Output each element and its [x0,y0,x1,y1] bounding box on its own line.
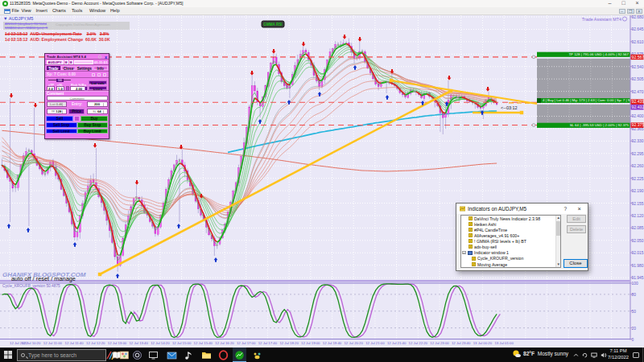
window-close-button[interactable]: × [632,0,642,7]
menu-file[interactable]: File [12,7,19,15]
panel-eye-icon[interactable] [92,73,95,76]
panel-risk-slider[interactable]: 100 [48,80,71,80]
menu-view[interactable]: View [22,7,31,15]
menu-insert[interactable]: Insert [36,7,47,15]
chart-close-button[interactable]: ✕ [636,9,643,14]
window-minimize-button[interactable]: – [605,0,615,7]
menu-help[interactable]: Help [110,7,120,15]
panel-entry-input[interactable]: 200 [87,101,108,107]
chart-minimize-button[interactable]: – [619,9,626,14]
notification-center-icon[interactable] [633,352,639,358]
panel-middle-toggle[interactable] [74,116,80,122]
taskbar-paw-icon[interactable] [252,350,262,360]
svg-text:12 Jul 11:00: 12 Jul 11:00 [43,341,63,345]
list-item: fAllAverages_v4.91 600+ [461,232,560,238]
svg-text:12 Jul 21:00: 12 Jul 21:00 [365,341,385,345]
svg-text:92.540: 92.540 [632,65,644,69]
svg-text:80: 80 [632,293,637,297]
panel-lock-icon[interactable] [103,73,106,76]
taskbar-opera-icon[interactable] [218,350,229,360]
panel-tab-close[interactable]: Close [61,66,76,70]
panel-tp-input[interactable]: TP 128 [47,109,67,114]
panel-title[interactable]: Trade Assistant MT4 9.4 x [45,54,109,60]
clock-time: 7:11 PM [605,348,632,355]
list-item: fMoving Average [461,261,560,267]
panel-risk-toggle[interactable] [66,86,69,91]
panel-clock: 01:11:51 [94,60,108,64]
svg-text:12 Jul 17:40: 12 Jul 17:40 [258,341,278,345]
panel-lines-button[interactable]: Lines [89,86,107,91]
list-item-indicator-window: -Indicator window 1 [461,250,560,256]
tree-collapse-icon[interactable]: - [462,251,466,255]
panel-risk-dropdown-icon[interactable] [85,86,88,91]
sell-limit-button[interactable]: Sell Limit [46,129,77,134]
panel-tab-trade[interactable]: Trade [47,66,61,70]
taskbar-clock[interactable]: 7:11 PM 7/12/2022 [605,348,632,360]
panel-xsl-input[interactable]: 1.0 [56,86,64,91]
buy-stop-button[interactable]: Buy Stop [77,122,109,128]
svg-text:12 Jul 13:00: 12 Jul 13:00 [108,341,127,345]
scrollbar-thumb[interactable] [556,221,561,236]
start-button-icon[interactable] [4,351,12,359]
panel-lot-calc-button[interactable]: Lot calc [89,80,107,85]
window-maximize-button[interactable]: □ [618,0,629,7]
panel-tab-settings[interactable]: Settings [76,66,93,70]
taskbar-music-icon[interactable] [184,350,194,360]
menu-tools[interactable]: Tools [72,7,82,15]
tray-onedrive-icon[interactable] [582,352,588,358]
subwindow-label: Cycle_KROUFR_version 50.4875 [2,284,60,288]
svg-text:12 Jul 11:40: 12 Jul 11:40 [65,341,85,345]
svg-text:12 Jul 14:20: 12 Jul 14:20 [151,341,170,345]
sell-stop-button[interactable]: Sell Stop [46,122,77,128]
buy-button[interactable]: Buy [80,116,108,122]
dialog-title-bar[interactable]: Indicators on AUDJPY,M5 ? × [456,204,588,214]
svg-text:12 Jul 12:20: 12 Jul 12:20 [86,341,105,345]
panel-chip-1[interactable]: M [64,60,68,64]
panel-tab-info[interactable]: Info [93,66,108,70]
search-placeholder: Type here to search [28,352,76,358]
taskbar-search-box[interactable]: Type here to search [17,349,106,361]
trade-zones: TP 128 | 791.06 USD | 4.00% | 92.5674 | … [537,52,632,128]
svg-text:92.085: 92.085 [632,226,644,230]
taskbar-mail-icon[interactable] [167,350,177,360]
search-icon [21,353,25,357]
panel-chip-2[interactable]: M [69,60,73,64]
dialog-scrollbar[interactable]: ▲ ▼ [555,216,561,267]
dialog-close-button[interactable]: Close [564,259,588,268]
panel-gear-icon[interactable] [98,55,102,59]
panel-copy-icon[interactable] [97,73,101,76]
sell-button[interactable]: Sell [46,116,73,122]
svg-text:12 Jul 23:40: 12 Jul 23:40 [452,341,471,345]
scroll-down-icon[interactable]: ▼ [556,262,562,268]
panel-symbol[interactable]: AUDJPY [47,60,64,64]
panel-price-button[interactable]: Price [68,109,85,114]
menu-charts[interactable]: Charts [52,7,66,15]
tray-network-icon[interactable] [591,352,597,358]
dialog-help-button[interactable]: ? [564,206,567,212]
panel-lot-input[interactable]: Lot 0.46 [47,101,67,107]
dialog-indicator-list[interactable]: fDaVinci Truly News Indicator 2.3.98 fHe… [460,215,561,268]
taskbar-explorer-icon[interactable] [201,350,212,360]
dialog-close-icon[interactable]: × [578,205,581,212]
buy-limit-button[interactable]: Buy Limit [77,129,109,134]
svg-text:92.260: 92.260 [632,164,644,168]
taskbar-browser-icon[interactable] [132,350,142,360]
taskbar-metatrader-icon[interactable] [234,350,245,360]
dialog-delete-button[interactable]: Delete [567,225,586,233]
taskbar-paint-icon[interactable] [119,350,130,360]
panel-xtp-input[interactable]: 2.0 [47,86,55,91]
tray-chevron-icon[interactable] [573,352,579,358]
chart-restore-button[interactable]: ❐ [627,9,634,14]
price-chart[interactable]: TP 128 | 791.06 USD | 4.00% | 92.5674 | … [0,0,644,348]
svg-text:12 Jul 10:20: 12 Jul 10:20 [22,341,41,345]
svg-text:92.330: 92.330 [632,139,644,143]
scroll-up-icon[interactable]: ▲ [556,216,562,221]
panel-sl-input[interactable]: SL 64 [87,109,108,114]
dialog-edit-button[interactable]: Edit [567,215,586,223]
svg-text:12 Jul 15:00: 12 Jul 15:00 [172,341,192,345]
menu-window[interactable]: Window [89,7,105,15]
svg-text:92.432: 92.432 [632,105,644,109]
taskbar-weather[interactable]: 82°F Mostly sunny [512,349,568,358]
taskbar-monitor-icon[interactable] [148,350,159,360]
panel-slider-handle[interactable]: 100 [56,79,64,82]
